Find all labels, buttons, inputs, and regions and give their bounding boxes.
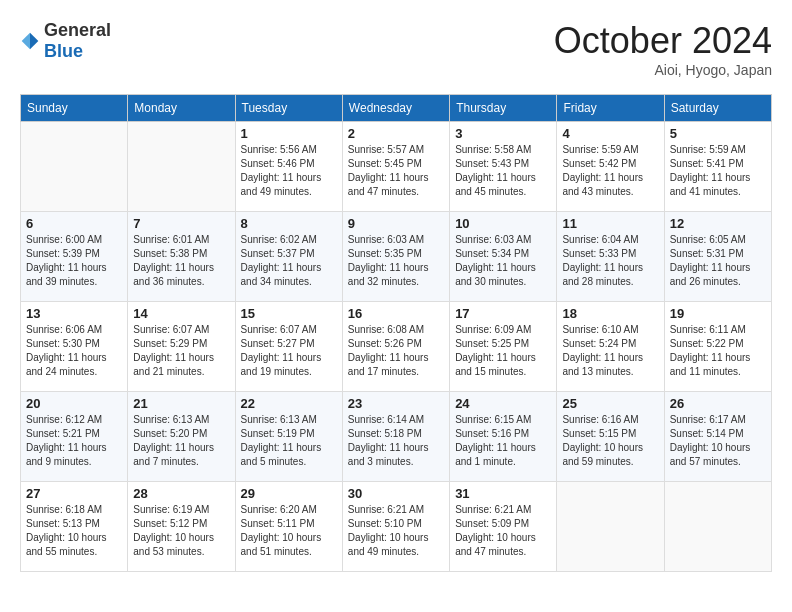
logo-blue-text: Blue (44, 41, 83, 61)
calendar-cell: 31Sunrise: 6:21 AM Sunset: 5:09 PM Dayli… (450, 482, 557, 572)
day-number: 15 (241, 306, 337, 321)
calendar-cell: 24Sunrise: 6:15 AM Sunset: 5:16 PM Dayli… (450, 392, 557, 482)
calendar-cell (557, 482, 664, 572)
day-info: Sunrise: 6:21 AM Sunset: 5:10 PM Dayligh… (348, 503, 444, 559)
day-info: Sunrise: 6:06 AM Sunset: 5:30 PM Dayligh… (26, 323, 122, 379)
day-number: 3 (455, 126, 551, 141)
weekday-header: Friday (557, 95, 664, 122)
day-number: 18 (562, 306, 658, 321)
day-info: Sunrise: 5:57 AM Sunset: 5:45 PM Dayligh… (348, 143, 444, 199)
day-number: 2 (348, 126, 444, 141)
calendar-cell: 7Sunrise: 6:01 AM Sunset: 5:38 PM Daylig… (128, 212, 235, 302)
day-number: 28 (133, 486, 229, 501)
day-number: 16 (348, 306, 444, 321)
day-info: Sunrise: 6:16 AM Sunset: 5:15 PM Dayligh… (562, 413, 658, 469)
calendar-cell: 8Sunrise: 6:02 AM Sunset: 5:37 PM Daylig… (235, 212, 342, 302)
calendar-cell: 27Sunrise: 6:18 AM Sunset: 5:13 PM Dayli… (21, 482, 128, 572)
svg-marker-0 (30, 33, 38, 50)
calendar-cell: 26Sunrise: 6:17 AM Sunset: 5:14 PM Dayli… (664, 392, 771, 482)
day-number: 11 (562, 216, 658, 231)
calendar-table: SundayMondayTuesdayWednesdayThursdayFrid… (20, 94, 772, 572)
page-header: General Blue October 2024 Aioi, Hyogo, J… (20, 20, 772, 78)
day-info: Sunrise: 6:01 AM Sunset: 5:38 PM Dayligh… (133, 233, 229, 289)
day-info: Sunrise: 6:03 AM Sunset: 5:35 PM Dayligh… (348, 233, 444, 289)
weekday-header: Saturday (664, 95, 771, 122)
logo-general-text: General (44, 20, 111, 40)
weekday-header: Sunday (21, 95, 128, 122)
day-info: Sunrise: 6:05 AM Sunset: 5:31 PM Dayligh… (670, 233, 766, 289)
calendar-cell: 30Sunrise: 6:21 AM Sunset: 5:10 PM Dayli… (342, 482, 449, 572)
weekday-header: Monday (128, 95, 235, 122)
logo: General Blue (20, 20, 111, 62)
calendar-cell: 4Sunrise: 5:59 AM Sunset: 5:42 PM Daylig… (557, 122, 664, 212)
day-info: Sunrise: 5:59 AM Sunset: 5:41 PM Dayligh… (670, 143, 766, 199)
day-info: Sunrise: 6:18 AM Sunset: 5:13 PM Dayligh… (26, 503, 122, 559)
weekday-header: Tuesday (235, 95, 342, 122)
calendar-cell: 15Sunrise: 6:07 AM Sunset: 5:27 PM Dayli… (235, 302, 342, 392)
calendar-cell: 18Sunrise: 6:10 AM Sunset: 5:24 PM Dayli… (557, 302, 664, 392)
day-number: 25 (562, 396, 658, 411)
day-number: 14 (133, 306, 229, 321)
day-info: Sunrise: 6:13 AM Sunset: 5:20 PM Dayligh… (133, 413, 229, 469)
calendar-cell: 25Sunrise: 6:16 AM Sunset: 5:15 PM Dayli… (557, 392, 664, 482)
calendar-cell: 14Sunrise: 6:07 AM Sunset: 5:29 PM Dayli… (128, 302, 235, 392)
weekday-header: Wednesday (342, 95, 449, 122)
day-number: 9 (348, 216, 444, 231)
day-number: 21 (133, 396, 229, 411)
day-info: Sunrise: 6:02 AM Sunset: 5:37 PM Dayligh… (241, 233, 337, 289)
location-subtitle: Aioi, Hyogo, Japan (554, 62, 772, 78)
calendar-cell: 3Sunrise: 5:58 AM Sunset: 5:43 PM Daylig… (450, 122, 557, 212)
calendar-cell: 23Sunrise: 6:14 AM Sunset: 5:18 PM Dayli… (342, 392, 449, 482)
day-info: Sunrise: 6:04 AM Sunset: 5:33 PM Dayligh… (562, 233, 658, 289)
day-number: 8 (241, 216, 337, 231)
calendar-cell: 22Sunrise: 6:13 AM Sunset: 5:19 PM Dayli… (235, 392, 342, 482)
svg-marker-1 (22, 33, 30, 50)
day-number: 22 (241, 396, 337, 411)
day-info: Sunrise: 6:07 AM Sunset: 5:29 PM Dayligh… (133, 323, 229, 379)
day-number: 23 (348, 396, 444, 411)
day-info: Sunrise: 6:20 AM Sunset: 5:11 PM Dayligh… (241, 503, 337, 559)
calendar-cell: 10Sunrise: 6:03 AM Sunset: 5:34 PM Dayli… (450, 212, 557, 302)
calendar-week-row: 1Sunrise: 5:56 AM Sunset: 5:46 PM Daylig… (21, 122, 772, 212)
day-info: Sunrise: 6:09 AM Sunset: 5:25 PM Dayligh… (455, 323, 551, 379)
calendar-cell: 6Sunrise: 6:00 AM Sunset: 5:39 PM Daylig… (21, 212, 128, 302)
day-number: 30 (348, 486, 444, 501)
day-info: Sunrise: 6:00 AM Sunset: 5:39 PM Dayligh… (26, 233, 122, 289)
day-info: Sunrise: 6:15 AM Sunset: 5:16 PM Dayligh… (455, 413, 551, 469)
calendar-week-row: 6Sunrise: 6:00 AM Sunset: 5:39 PM Daylig… (21, 212, 772, 302)
day-number: 27 (26, 486, 122, 501)
day-info: Sunrise: 6:21 AM Sunset: 5:09 PM Dayligh… (455, 503, 551, 559)
calendar-cell: 13Sunrise: 6:06 AM Sunset: 5:30 PM Dayli… (21, 302, 128, 392)
day-number: 19 (670, 306, 766, 321)
day-info: Sunrise: 6:14 AM Sunset: 5:18 PM Dayligh… (348, 413, 444, 469)
day-info: Sunrise: 6:13 AM Sunset: 5:19 PM Dayligh… (241, 413, 337, 469)
day-info: Sunrise: 5:59 AM Sunset: 5:42 PM Dayligh… (562, 143, 658, 199)
weekday-header-row: SundayMondayTuesdayWednesdayThursdayFrid… (21, 95, 772, 122)
day-number: 26 (670, 396, 766, 411)
day-number: 31 (455, 486, 551, 501)
day-info: Sunrise: 6:03 AM Sunset: 5:34 PM Dayligh… (455, 233, 551, 289)
calendar-cell: 9Sunrise: 6:03 AM Sunset: 5:35 PM Daylig… (342, 212, 449, 302)
day-info: Sunrise: 6:08 AM Sunset: 5:26 PM Dayligh… (348, 323, 444, 379)
day-number: 17 (455, 306, 551, 321)
calendar-cell: 12Sunrise: 6:05 AM Sunset: 5:31 PM Dayli… (664, 212, 771, 302)
day-number: 1 (241, 126, 337, 141)
calendar-cell: 29Sunrise: 6:20 AM Sunset: 5:11 PM Dayli… (235, 482, 342, 572)
calendar-week-row: 27Sunrise: 6:18 AM Sunset: 5:13 PM Dayli… (21, 482, 772, 572)
calendar-week-row: 20Sunrise: 6:12 AM Sunset: 5:21 PM Dayli… (21, 392, 772, 482)
calendar-cell (128, 122, 235, 212)
day-number: 6 (26, 216, 122, 231)
day-number: 12 (670, 216, 766, 231)
calendar-week-row: 13Sunrise: 6:06 AM Sunset: 5:30 PM Dayli… (21, 302, 772, 392)
weekday-header: Thursday (450, 95, 557, 122)
day-number: 7 (133, 216, 229, 231)
day-info: Sunrise: 6:19 AM Sunset: 5:12 PM Dayligh… (133, 503, 229, 559)
day-info: Sunrise: 6:11 AM Sunset: 5:22 PM Dayligh… (670, 323, 766, 379)
calendar-cell: 28Sunrise: 6:19 AM Sunset: 5:12 PM Dayli… (128, 482, 235, 572)
title-block: October 2024 Aioi, Hyogo, Japan (554, 20, 772, 78)
calendar-cell: 1Sunrise: 5:56 AM Sunset: 5:46 PM Daylig… (235, 122, 342, 212)
calendar-cell: 20Sunrise: 6:12 AM Sunset: 5:21 PM Dayli… (21, 392, 128, 482)
day-info: Sunrise: 5:56 AM Sunset: 5:46 PM Dayligh… (241, 143, 337, 199)
day-number: 4 (562, 126, 658, 141)
calendar-cell: 2Sunrise: 5:57 AM Sunset: 5:45 PM Daylig… (342, 122, 449, 212)
